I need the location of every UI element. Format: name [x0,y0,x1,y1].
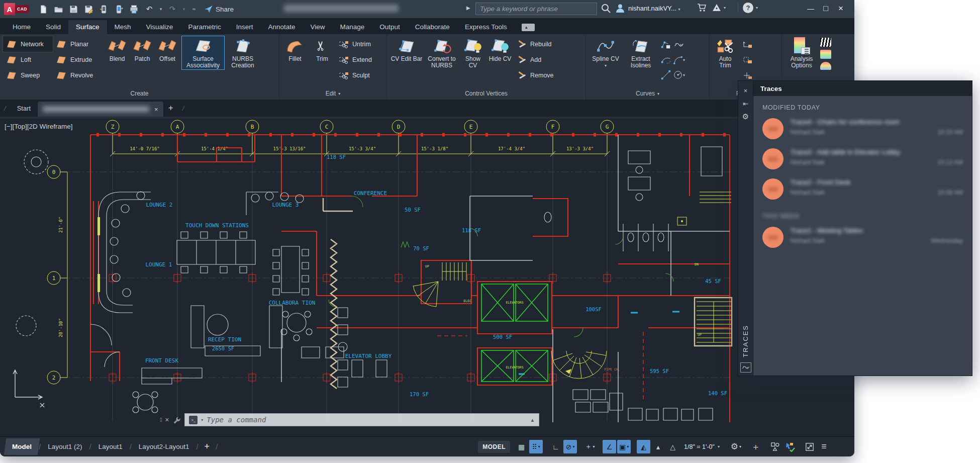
ribbon-tab[interactable]: Collaborate [408,20,457,34]
help-button[interactable]: ?▾ [743,3,758,13]
status-menu-button[interactable]: ≡ [817,440,831,453]
auto-trim-button[interactable]: Auto Trim [713,36,738,69]
status-customization-button[interactable]: ＋ [749,440,762,453]
search-icon[interactable] [601,4,611,14]
ribbon-button[interactable]: Sweep [3,67,53,83]
surface-associativity-toggle[interactable]: Surface Associativity [182,36,224,69]
minimize-button[interactable]: — [803,3,818,15]
annotation-visibility-toggle[interactable]: ◭ [637,440,650,453]
layout-tab[interactable]: Model [4,438,40,455]
ribbon-tab[interactable]: Output [372,20,408,34]
redo-icon[interactable]: ↷ [166,3,179,16]
annotation-scale-icon[interactable]: △ [666,440,679,453]
ribbon-tab[interactable]: Parametric [180,20,228,34]
search-input[interactable]: Type a keyword or phrase [475,3,597,15]
ribbon-button[interactable]: Loft [3,52,53,67]
layout-tab[interactable]: Layout1 (2) [41,438,89,455]
curve-wave-icon[interactable] [674,40,684,50]
snap-mode-toggle[interactable]: ⠿▾ [529,440,543,453]
customize-quick-access-icon[interactable]: ≂ [189,3,199,16]
drawing-canvas[interactable]: [−][Top][2D Wireframe] ZABCDEFG14'-0 7/1… [0,119,854,436]
command-line-grip[interactable]: ⁞⁞ [160,417,162,423]
ribbon-tab[interactable]: Solid [38,20,68,34]
autodesk-account-button[interactable]: ▾ [712,3,726,13]
nurbs-creation-toggle[interactable]: NURBS Creation [226,36,259,69]
app-store-button[interactable] [697,3,707,13]
isolate-objects-button[interactable] [768,440,782,453]
spline-cv-button[interactable]: Spline CV▾ [589,36,622,68]
ribbon-button[interactable]: Network [3,36,53,52]
traces-palette-icon[interactable] [740,362,751,373]
traces-side-tab[interactable]: TRACES [742,325,749,357]
ribbon-button[interactable]: Add [515,52,556,67]
graphics-performance-button[interactable] [783,440,797,453]
ribbon-tab[interactable]: Manage [333,20,372,34]
undo-icon[interactable]: ↶ [143,3,156,16]
panel-label-curves[interactable]: Curves▾ [586,87,709,100]
ribbon-tab[interactable]: Visualize [139,20,181,34]
ribbon-button[interactable]: Planar [53,36,103,52]
ribbon-button[interactable]: Untrim [337,36,374,52]
ribbon-button[interactable]: Revolve [53,67,103,83]
circle-icon[interactable] [673,70,683,80]
curvature-analysis-icon[interactable] [820,62,831,70]
save-to-mobile-icon[interactable] [97,3,111,16]
panel-label-edit[interactable]: Edit▾ [279,87,386,100]
cv-show-curve-icon[interactable] [661,40,671,50]
ribbon-tab[interactable]: Home [5,20,38,34]
ribbon-button[interactable]: Remove [515,67,556,83]
share-button[interactable]: Share [204,5,234,14]
close-tab-icon[interactable]: × [154,106,158,113]
redo-dropdown-icon[interactable]: ▾ [181,3,187,16]
autocad-app-menu[interactable]: A CAD [4,3,29,15]
traces-autohide-icon[interactable]: ⇤ [743,97,748,110]
ribbon-collapse-button[interactable]: ▲▾ [522,24,535,31]
object-snap-toggle[interactable]: ▣▾ [617,440,631,453]
recent-commands-icon[interactable]: ▾ [201,418,203,422]
trace-list-item[interactable]: NN Trace4 - Chairs for conference room N… [762,118,963,139]
ribbon-button[interactable]: Sculpt [337,67,374,83]
viewport-controls[interactable]: [−][Top][2D Wireframe] [5,123,72,130]
trace-list-item[interactable]: NN Trace2 - Front Desk Nishant Naik10:08… [762,178,963,200]
ortho-mode-toggle[interactable]: ∟ [549,440,562,453]
isodraft-toggle[interactable]: ＋▾ [583,440,597,453]
line-icon[interactable] [661,70,671,80]
command-input[interactable]: >_ ▾ Type a command ▲ [184,413,539,426]
extract-isolines-button[interactable]: Extract Isolines [624,36,657,69]
analysis-options-button[interactable]: Analysis Options [785,36,818,69]
hide-cv-button[interactable]: Hide CV [487,36,513,62]
ribbon-tab[interactable]: Mesh [107,20,139,34]
ribbon-button[interactable]: Blend [105,36,130,62]
object-snap-tracking-toggle[interactable]: ∠ [603,440,616,453]
command-history-icon[interactable]: ▲ [530,417,535,423]
traces-close-icon[interactable]: × [744,84,748,97]
traces-properties-icon[interactable]: ⚙ [742,110,749,123]
ribbon-button[interactable]: Patch [130,36,155,62]
new-layout-button[interactable]: + [199,441,216,452]
grid-display-toggle[interactable]: ▦ [515,440,528,453]
open-from-mobile-icon[interactable] [113,3,126,16]
polar-tracking-toggle[interactable]: ⊘▾ [563,440,577,453]
ribbon-button[interactable]: Extrude [53,52,103,67]
cv-edit-bar-button[interactable]: CV Edit Bar [390,36,423,62]
plot-icon[interactable] [128,3,141,16]
ribbon-button[interactable]: Rebuild [515,36,556,52]
ribbon-tab[interactable]: View [303,20,332,34]
floor-plan[interactable]: ZABCDEFG14'-0 7/16"15'-4 1/4"15'-3 13/16… [0,119,738,436]
model-paper-toggle[interactable]: MODEL [478,441,510,453]
convert-to-nurbs-button[interactable]: Convert to NURBS [425,36,458,69]
project-to-view-button[interactable] [740,52,755,67]
save-icon[interactable] [67,3,80,16]
show-cv-button[interactable]: Show CV [460,36,485,69]
project-to-ucs-button[interactable] [740,36,755,52]
undo-dropdown-icon[interactable]: ▾ [158,3,164,16]
user-avatar-icon[interactable] [615,3,625,13]
layout-tab[interactable]: Layout2-Layout1 [132,438,197,455]
tab-start[interactable]: Start [10,101,38,116]
panel-label-create[interactable]: Create [0,87,279,100]
close-button[interactable]: × [833,3,848,15]
titlebar-expand-icon[interactable]: ▶ [466,5,470,11]
command-line-wrench-icon[interactable] [173,416,181,424]
ribbon-tab[interactable]: Insert [229,20,261,34]
arc-icon[interactable] [673,55,683,65]
